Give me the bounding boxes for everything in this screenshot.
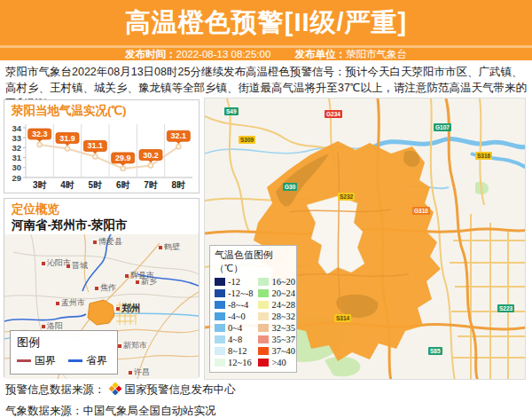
svg-text:32.3: 32.3 [32,130,48,138]
overview-map-legend: 图例 国界省界 [10,330,118,375]
temp-swatch-icon [215,289,225,297]
warning-page: 高温橙色预警[II级/严重] 发布时间：2022-08-13 08:25:00 … [0,0,532,418]
temp-legend-item: -12~-8 [215,288,253,298]
city-label-孟州市: 孟州市 [56,297,85,309]
overview-legend-item-国界: 国界 [17,353,56,368]
road-shield-S232: S232 [338,193,355,201]
city-dot-icon [95,287,98,290]
temp-legend-item: >40 [258,358,295,367]
temp-legend-item: 24~28 [258,300,295,310]
city-dot-icon [93,241,97,244]
city-label-焦作: 焦作 [95,282,116,294]
temp-swatch-icon [258,335,269,343]
temp-swatch-icon [215,278,225,286]
temp-swatch-icon [215,301,225,309]
temperature-line-chart: 3433323130293时4时5时6时7时8时32.331.931.129.9… [4,119,197,193]
svg-text:4时: 4时 [60,180,74,190]
temperature-legend-title: 气温色值图例（℃） [215,248,292,275]
road-shield-S85: S85 [428,347,442,355]
page-header: 高温橙色预警[II级/严重] [0,0,532,45]
temp-swatch-icon [258,278,269,286]
footer-source-1: 国家预警信息发布中心 [125,383,236,398]
svg-text:32.1: 32.1 [171,131,187,140]
svg-text:8时: 8时 [172,180,186,190]
road-shield-G310: G310 [412,207,430,215]
road-shield-S223: S223 [497,304,514,312]
temp-legend-item: 37~40 [258,346,295,356]
temp-legend-item: 4~8 [215,335,253,344]
release-time: 发布时间：2022-08-13 08:25:00 [125,49,270,59]
temp-swatch-icon [258,347,269,355]
city-label-郑州: 郑州 [116,302,141,315]
temp-legend-item: -12 [215,277,253,287]
location-path: 河南省-郑州市-荥阳市 [12,217,192,233]
city-dot-icon [56,302,59,305]
city-dot-icon [136,280,139,284]
city-label-新郑市: 新郑市 [118,340,147,351]
footer-line-1: 预警信息数据来源： 国家预警信息发布中心 [5,383,528,398]
svg-text:6时: 6时 [116,180,130,190]
svg-text:3时: 3时 [33,180,47,190]
warning-map[interactable]: S49G234S309G107S316G30S232G310S314S85S22… [204,98,526,380]
road-shield-G234: G234 [325,110,342,118]
city-dot-icon [42,325,45,328]
legend-line-icon [17,359,31,362]
release-meta-bar: 发布时间：2022-08-13 08:25:00 发布单位：荥阳市气象台 [0,48,532,60]
temp-swatch-icon [258,312,269,320]
temp-swatch-icon [215,335,225,343]
chart-title: 荥阳当地气温实况(℃) [12,103,192,119]
road-shield-S316: S316 [475,152,492,160]
temp-legend-item: -8~-4 [215,300,253,310]
overview-legend-title: 图例 [17,335,111,351]
overview-legend-item-省界: 省界 [68,353,107,368]
temp-swatch-icon [215,312,225,320]
nwc-logo-icon [109,383,121,398]
svg-text:33: 33 [12,133,21,143]
temp-legend-item: 0~4 [215,323,253,333]
road-shield-S314: S314 [334,314,351,322]
svg-text:5时: 5时 [89,180,103,190]
temp-legend-item: 12~16 [215,358,253,367]
temp-legend-item: 28~32 [258,312,295,321]
temp-legend-item: 8~12 [215,346,253,356]
city-dot-icon [118,344,121,348]
temp-swatch-icon [215,347,225,355]
svg-text:31.1: 31.1 [88,141,104,150]
city-label-鹤壁: 鹤壁 [159,241,180,253]
svg-text:32: 32 [12,143,21,153]
svg-text:31: 31 [12,153,21,162]
road-shield-S309: S309 [239,136,255,144]
highlight-region-xingyang [88,300,114,325]
page-title: 高温橙色预警[II级/严重] [0,0,532,45]
city-label-博爱县: 博爱县 [93,236,122,248]
overview-map[interactable]: 博爱县鹤壁晋城沁阳市辉县市新乡焦作孟州市郑州洛阳新郑市许昌 图例 国界省界 [4,234,199,379]
temp-swatch-icon [258,301,269,309]
svg-text:29: 29 [12,173,21,183]
svg-text:30: 30 [12,162,21,172]
location-panel: 定位概览 河南省-郑州市-荥阳市 [4,198,200,377]
city-dot-icon [129,371,132,375]
road-shield-G30: G30 [283,183,297,191]
temp-swatch-icon [258,289,269,297]
footer: 预警信息数据来源： 国家预警信息发布中心 气象数据来源：中国气象局全国自动站实况 [5,383,528,418]
temp-legend-item: 32~35 [258,323,295,333]
svg-text:7时: 7时 [144,180,158,190]
temp-legend-item: 16~20 [258,277,295,287]
location-heading: 定位概览 [12,201,192,217]
temperature-legend: 气温色值图例（℃） -12-12~-8-8~-4-4~00~44~88~1212… [209,245,297,373]
temp-legend-item: 20~24 [258,288,295,298]
city-dot-icon [116,307,120,311]
legend-line-icon [68,359,82,362]
temp-legend-item: -4~0 [215,312,253,321]
svg-text:34: 34 [12,123,21,133]
temp-swatch-icon [215,324,225,332]
temp-swatch-icon [258,359,269,367]
city-label-沁阳市: 沁阳市 [42,257,71,269]
temp-swatch-icon [258,324,269,332]
svg-text:31.9: 31.9 [59,134,75,143]
road-shield-S49: S49 [224,107,239,115]
temperature-chart-panel: 荥阳当地气温实况(℃) 3433323130293时4时5时6时7时8时32.3… [4,99,200,193]
svg-text:29.9: 29.9 [115,154,131,162]
city-label-新乡: 新乡 [136,276,157,288]
footer-line-2: 气象数据来源：中国气象局全国自动站实况 [5,404,528,418]
